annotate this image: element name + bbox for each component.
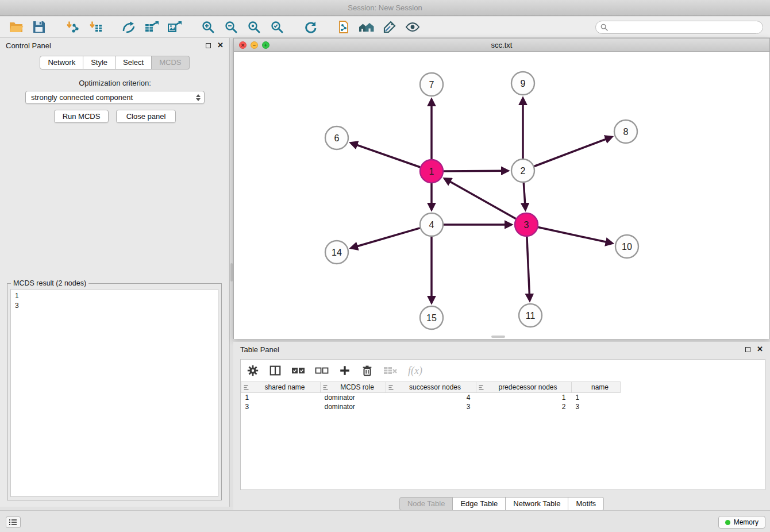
graph-edge[interactable] xyxy=(527,237,530,300)
cell-mcds-role[interactable]: dominator xyxy=(321,402,386,411)
two-houses-icon xyxy=(359,20,375,34)
annotation-button[interactable] xyxy=(380,18,399,36)
graph-edge[interactable] xyxy=(444,171,507,171)
eye-icon xyxy=(405,20,420,34)
table-row[interactable]: 3 dominator 3 2 3 xyxy=(241,402,765,411)
close-panel-icon[interactable]: ✕ xyxy=(217,43,224,48)
export-image-button[interactable] xyxy=(165,18,184,36)
cell-successor-nodes[interactable]: 3 xyxy=(386,402,476,411)
graph-edge[interactable] xyxy=(445,179,516,218)
save-session-button[interactable] xyxy=(30,18,48,36)
cell-shared-name[interactable]: 3 xyxy=(241,402,321,411)
cell-name[interactable]: 1 xyxy=(572,393,621,402)
graph-node-label: 2 xyxy=(521,166,526,176)
import-table-button[interactable] xyxy=(86,18,105,36)
search-field[interactable] xyxy=(595,21,763,34)
column-header-predecessor-nodes[interactable]: predecessor nodes xyxy=(476,382,572,393)
zoom-selected-button[interactable] xyxy=(268,18,286,36)
tab-edge-table[interactable]: Edge Table xyxy=(453,497,506,511)
optimization-dropdown[interactable]: strongly connected component xyxy=(25,91,205,104)
tab-motifs[interactable]: Motifs xyxy=(568,497,604,511)
window-title: Session: New Session xyxy=(348,3,422,12)
delete-table-button[interactable] xyxy=(383,365,398,376)
maximize-window-icon[interactable]: + xyxy=(262,41,270,49)
zoom-in-icon xyxy=(201,20,215,34)
delete-column-button[interactable] xyxy=(361,364,374,377)
tab-network[interactable]: Network xyxy=(40,56,83,70)
memory-button[interactable]: Memory xyxy=(718,516,765,529)
tab-style[interactable]: Style xyxy=(83,56,116,70)
tab-node-table[interactable]: Node Table xyxy=(399,497,453,511)
tab-network-table[interactable]: Network Table xyxy=(506,497,568,511)
graph-node-label: 8 xyxy=(623,127,629,137)
first-neighbors-button[interactable] xyxy=(334,18,353,36)
new-network-button[interactable] xyxy=(120,18,138,36)
sort-icon xyxy=(243,384,249,391)
close-window-icon[interactable]: ✕ xyxy=(239,41,247,49)
zoom-in-button[interactable] xyxy=(199,18,217,36)
splitter-handle[interactable] xyxy=(230,263,233,282)
import-network-button[interactable] xyxy=(63,18,82,36)
home-button[interactable] xyxy=(357,18,376,36)
table-row[interactable]: 1 dominator 4 1 1 xyxy=(241,393,765,402)
tab-select[interactable]: Select xyxy=(116,56,152,70)
function-builder-button[interactable]: f(x) xyxy=(408,365,422,377)
graph-edge[interactable] xyxy=(538,228,612,244)
zoom-fit-icon xyxy=(247,20,261,34)
tab-mcds[interactable]: MCDS xyxy=(152,56,189,70)
optimization-criterion-label: Optimization criterion: xyxy=(0,79,230,87)
graph-edge[interactable] xyxy=(523,183,525,209)
horizontal-scrollbar-handle[interactable] xyxy=(491,336,505,338)
memory-status-icon xyxy=(725,520,730,525)
mcds-result-list[interactable]: 1 3 xyxy=(10,289,218,497)
float-table-panel-icon[interactable] xyxy=(745,347,750,352)
run-mcds-button[interactable]: Run MCDS xyxy=(54,110,109,123)
cell-successor-nodes[interactable]: 4 xyxy=(386,393,476,402)
table-settings-button[interactable] xyxy=(247,364,259,377)
show-columns-button[interactable] xyxy=(269,364,282,377)
float-panel-icon[interactable] xyxy=(206,43,211,48)
network-canvas[interactable]: 7968124314101511 xyxy=(234,52,769,339)
column-header-shared-name[interactable]: shared name xyxy=(241,382,321,393)
cell-shared-name[interactable]: 1 xyxy=(241,393,321,402)
dropdown-selected-value: strongly connected component xyxy=(31,93,133,102)
task-history-button[interactable] xyxy=(6,516,21,528)
close-table-panel-icon[interactable]: ✕ xyxy=(757,346,763,352)
sort-icon xyxy=(322,384,329,391)
gear-icon xyxy=(247,364,259,377)
network-window-title: scc.txt xyxy=(234,41,769,49)
add-column-button[interactable] xyxy=(338,364,351,377)
zoom-out-button[interactable] xyxy=(222,18,240,36)
zoom-fit-button[interactable] xyxy=(245,18,263,36)
trash-icon xyxy=(361,364,374,377)
search-input[interactable] xyxy=(611,23,758,31)
close-panel-button[interactable]: Close panel xyxy=(116,110,176,123)
cell-predecessor-nodes[interactable]: 1 xyxy=(476,393,572,402)
mcds-result-title: MCDS result (2 nodes) xyxy=(11,279,88,287)
graph-edge[interactable] xyxy=(352,143,421,167)
column-header-name[interactable]: name xyxy=(572,382,621,393)
columns-icon xyxy=(269,364,282,377)
column-header-mcds-role[interactable]: MCDS role xyxy=(321,382,386,393)
table-header-row: shared name MCDS role successor nodes pr… xyxy=(241,382,765,393)
cell-mcds-role[interactable]: dominator xyxy=(321,393,386,402)
minimize-window-icon[interactable]: − xyxy=(251,41,258,49)
show-hide-button[interactable] xyxy=(403,18,422,36)
select-all-rows-button[interactable] xyxy=(291,365,305,376)
cell-name[interactable]: 3 xyxy=(572,402,621,411)
deselect-all-rows-button[interactable] xyxy=(315,365,329,376)
cell-predecessor-nodes[interactable]: 2 xyxy=(476,402,572,411)
column-header-successor-nodes[interactable]: successor nodes xyxy=(386,382,476,393)
window-titlebar[interactable]: Session: New Session xyxy=(0,0,770,16)
mcds-result-line: 1 xyxy=(15,291,214,301)
network-window-titlebar[interactable]: ✕ − + scc.txt xyxy=(234,38,769,52)
network-view-window: ✕ − + scc.txt 7968124314101511 xyxy=(233,38,770,339)
refresh-layout-button[interactable] xyxy=(301,18,319,36)
graph-edge[interactable] xyxy=(352,228,420,248)
header-filler xyxy=(621,382,765,393)
graph-node-label: 1 xyxy=(429,167,434,176)
dropdown-stepper-icon xyxy=(196,94,201,101)
export-table-button[interactable] xyxy=(143,18,161,36)
graph-edge[interactable] xyxy=(534,137,611,167)
open-session-button[interactable] xyxy=(7,18,25,36)
